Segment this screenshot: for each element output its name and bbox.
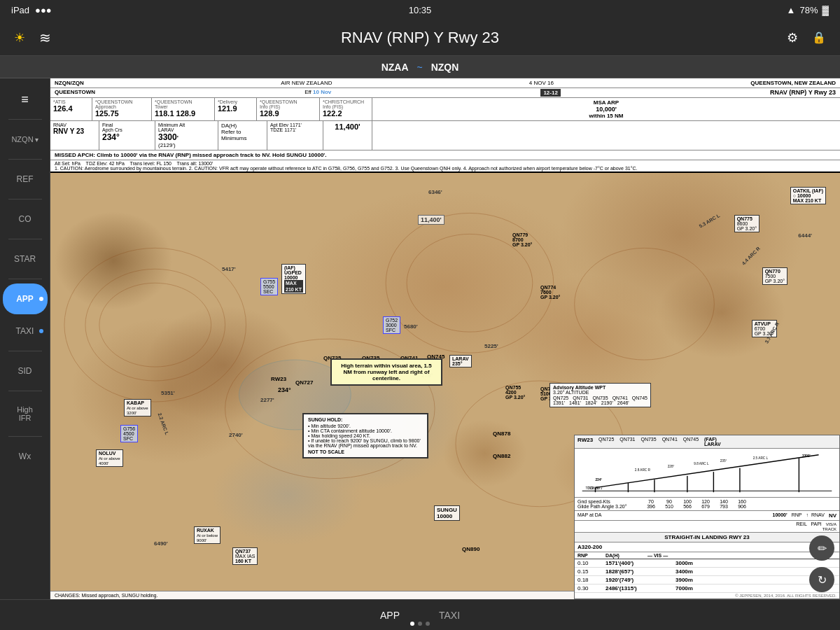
- sidebar-item-taxi[interactable]: TAXI: [3, 316, 48, 346]
- wp-qn890: QN890: [462, 546, 479, 552]
- status-bar-left: iPad ●●●: [11, 5, 52, 15]
- dest-airport[interactable]: NZQN: [431, 62, 459, 73]
- page-title: RNAV (RNP) Y Rwy 23: [341, 29, 499, 47]
- wp-ruxak: RUXAKAt or below9000': [194, 526, 220, 544]
- bearing-234: 234°: [278, 386, 291, 393]
- svg-text:2.8 ARC R: 2.8 ARC R: [635, 468, 651, 472]
- freq-approach: *QUEENSTOWNApproach 125.75: [92, 98, 152, 120]
- sidebar-divider-7: [8, 391, 42, 391]
- status-bar-time: 10:35: [409, 5, 432, 15]
- tab-app[interactable]: APP: [374, 607, 405, 624]
- freq-atis: *ATIS 126.4: [50, 98, 92, 120]
- sidebar-divider-3: [8, 199, 42, 200]
- chart-area[interactable]: NZQN/ZQN AIR NEW ZEALAND 4 NOV 16 QUEENS…: [50, 78, 840, 599]
- refresh-button[interactable]: ↻: [809, 567, 834, 592]
- missed-apch-row: MISSED APCH: Climb to 10000' via the RNA…: [50, 150, 840, 160]
- freq-tower: *QUEENSTOWNTower 118.1 128.9: [152, 98, 215, 120]
- da-info: DA(H) Refer toMinimums: [218, 121, 267, 150]
- acft-type-row: A320-200: [575, 542, 839, 552]
- wp-qn775: QN775 8600 GP 3.20°: [734, 215, 760, 232]
- sidebar-divider-1: [8, 119, 42, 120]
- app-label: APP: [16, 294, 34, 304]
- alt-set-text: Alt Set: hPa TDZ Elev: 42 hPa Trans leve…: [55, 161, 213, 166]
- bottom-right-panel: RW23 QN725 QN731 QN735 QN741 QN745 (FAF)…: [574, 435, 840, 599]
- speed-table: Gnd speed-Kts 70 90 100 120 140 160 Glid…: [575, 498, 839, 511]
- wp-qn882: QN882: [493, 453, 510, 459]
- wifi-signal-icon: ●●●: [35, 5, 52, 15]
- route-arrow: ~: [417, 62, 423, 73]
- approach-info-row: RNAV RNV Y 23 FinalApch Crs 234° Minimum…: [50, 121, 840, 150]
- sidebar-divider-8: [8, 436, 42, 437]
- sidebar-item-app[interactable]: APP: [3, 284, 48, 314]
- wp-qn727: QN727: [295, 379, 313, 386]
- taxi-label: TAXI: [16, 326, 34, 336]
- co-label: CO: [19, 214, 31, 224]
- advisory-alt-box: Advisory Altitude WPT 3.20° ALTITUDE QN7…: [550, 383, 651, 407]
- alt-box: 11,400': [323, 121, 372, 150]
- sidebar-item-co[interactable]: CO: [3, 204, 48, 234]
- apt-elev: Apt Elev 1171' TDZE 1171': [267, 121, 323, 150]
- wp-qn737-box: QN737MAX IAS160 KT: [232, 547, 258, 565]
- copyright-row: © JEPPESEN, 2014, 2016. ALL RIGHTS RESER…: [575, 593, 839, 598]
- sungu-item-1: • Min altitude 9200'.: [308, 424, 423, 428]
- sidebar-item-sid[interactable]: SID: [3, 356, 48, 386]
- signal-icon[interactable]: ≋: [39, 29, 51, 46]
- sidebar-item-star[interactable]: STAR: [3, 244, 48, 274]
- freq-delivery: *Delivery 121.9: [215, 98, 257, 120]
- wp-oatkil: OATKIL (IAF) ○ 10000 MAX 210 KT: [790, 187, 826, 204]
- battery-percentage: 78%: [799, 5, 818, 15]
- wp-ugped: (IAF) UGPED 10000 MAX 210 KT: [281, 264, 306, 294]
- g752-box: G7523000SFC: [383, 316, 400, 334]
- changes-footer: CHANGES: Missed approach, SUNGU holding.: [50, 591, 574, 599]
- refresh-icon: ↻: [818, 573, 827, 587]
- ipad-label: iPad: [11, 5, 29, 15]
- airport-info-line: NZQN/ZQN AIR NEW ZEALAND 4 NOV 16 QUEENS…: [50, 78, 840, 88]
- profile-header: RW23 QN725 QN731 QN735 QN741 QN745 (FAF)…: [575, 435, 839, 449]
- sungu-item-2: • Min CTA containment altitude 10000'.: [308, 428, 423, 433]
- main-layout: ≡ NZQN ▾ REF CO STAR APP TAXI SID: [0, 78, 840, 599]
- wp-rw23: RW23: [271, 376, 286, 382]
- battery-icon: ▓: [822, 5, 829, 15]
- straight-in-header: STRAIGHT-IN LANDING RWY 23: [575, 533, 839, 542]
- sidebar-divider-5: [8, 279, 42, 279]
- alt-notes-row: Alt Set: hPa TDZ Elev: 42 hPa Trans leve…: [50, 160, 840, 173]
- wp-qn779-label: QN7798700GP 3.20°: [512, 232, 532, 247]
- elev-11400: 11,400': [418, 215, 444, 225]
- tab-taxi[interactable]: TAXI: [433, 607, 465, 624]
- sidebar-item-wx[interactable]: Wx: [3, 441, 48, 472]
- star-label: STAR: [14, 254, 36, 264]
- svg-text:234°: 234°: [595, 478, 602, 482]
- brightness-icon[interactable]: ☀: [14, 30, 25, 46]
- elev-5680: 5680': [404, 323, 418, 330]
- pencil-icon: ✏: [818, 542, 827, 555]
- origin-airport[interactable]: NZAA: [382, 62, 409, 73]
- chart-title-line: QUEENSTOWN Eff 10 Nov 12-12 RNAV (RNP) Y…: [50, 88, 840, 98]
- landing-row-018: 0.18 1920'(749') 3900m: [575, 576, 839, 584]
- sidebar-item-nzqn[interactable]: NZQN ▾: [3, 124, 48, 155]
- icao-code: NZQN/ZQN: [55, 80, 84, 86]
- svg-line-10: [595, 455, 818, 488]
- elev-2740: 2740': [229, 432, 243, 438]
- svg-text:3300': 3300': [802, 454, 811, 458]
- chart-num-box: 12-12: [540, 89, 560, 97]
- sidebar-item-ref[interactable]: REF: [3, 164, 48, 195]
- high-label: High: [17, 405, 33, 414]
- elev-6346: 6346': [428, 189, 442, 195]
- sidebar-item-menu[interactable]: ≡: [3, 84, 48, 115]
- settings-gear-icon[interactable]: ⚙: [787, 30, 798, 46]
- elev-5351: 5351': [161, 390, 175, 396]
- tab-indicator-dots: [410, 622, 430, 626]
- chart-full-title: RNAV (RNP) Y Rwy 23: [770, 89, 836, 97]
- elev-6444: 6444': [798, 232, 812, 239]
- wp-noluv: NOLUVAt or above4000': [96, 449, 123, 467]
- lock-icon[interactable]: 🔒: [812, 31, 826, 44]
- approach-proc: RNAV RNV Y 23: [50, 121, 99, 150]
- sub-header: NZAA ~ NZQN: [0, 56, 840, 78]
- sidebar-item-high-ifr[interactable]: High IFR: [3, 396, 48, 432]
- high-terrain-box: High terrain within visual area, 1.5 NM …: [330, 358, 442, 386]
- svg-text:235°: 235°: [720, 459, 727, 463]
- sungu-item-3: • Max holding speed 240 KT.: [308, 433, 423, 438]
- chart-header-area: NZQN/ZQN AIR NEW ZEALAND 4 NOV 16 QUEENS…: [50, 78, 840, 173]
- edit-button[interactable]: ✏: [809, 536, 834, 561]
- svg-text:TDZE 1171': TDZE 1171': [585, 486, 603, 490]
